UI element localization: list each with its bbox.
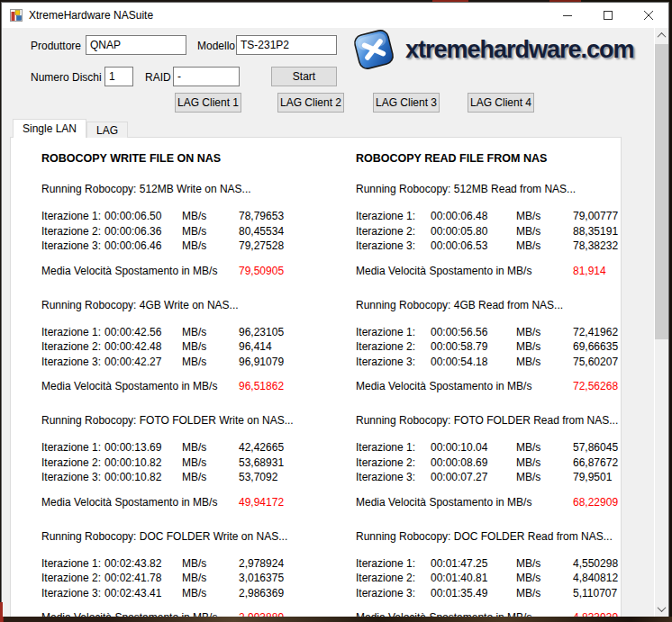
tab-lag[interactable]: LAG bbox=[86, 122, 128, 138]
tab-single-lan[interactable]: Single LAN bbox=[13, 119, 86, 138]
iteration-label: Iterazione 3: bbox=[356, 470, 431, 485]
iteration-time: 00:01:47.25 bbox=[431, 556, 516, 572]
iteration-unit: MB/s bbox=[516, 209, 573, 224]
iteration-label: Iterazione 2: bbox=[356, 224, 431, 239]
iteration-row: Iterazione 3: 00:00:06.46 MB/s 79,27528 bbox=[41, 239, 325, 254]
iteration-row: Iterazione 3: 00:00:06.53 MB/s 78,38232 bbox=[356, 239, 622, 254]
iteration-unit: MB/s bbox=[516, 440, 573, 455]
iteration-time: 00:00:06.48 bbox=[431, 209, 516, 224]
iteration-unit: MB/s bbox=[182, 325, 239, 340]
logo-text: xtremehardware.com bbox=[405, 36, 634, 64]
iteration-value: 69,66635 bbox=[573, 339, 622, 355]
iteration-label: Iterazione 3: bbox=[356, 586, 431, 601]
iteration-value: 79,9501 bbox=[573, 470, 622, 485]
iteration-label: Iterazione 3: bbox=[41, 470, 104, 485]
maximize-button[interactable] bbox=[587, 3, 628, 28]
tab-strip: Single LAN LAG bbox=[13, 119, 128, 138]
iteration-value: 5,110707 bbox=[573, 586, 622, 601]
media-row: Media Velocità Spostamento in MB/s 68,22… bbox=[356, 496, 622, 509]
iteration-rows: Iterazione 1: 00:02:43.82 MB/s 2,978924 … bbox=[41, 556, 325, 601]
iteration-value: 53,7092 bbox=[239, 470, 325, 485]
produttore-input[interactable] bbox=[86, 35, 186, 55]
raid-input[interactable] bbox=[173, 67, 240, 86]
lag-client-2-button[interactable]: LAG Client 2 bbox=[277, 93, 344, 113]
wallpaper-left-fleck bbox=[0, 602, 3, 622]
iteration-time: 00:00:58.79 bbox=[431, 339, 516, 355]
minimize-icon bbox=[563, 11, 572, 20]
robocopy-section: Running Robocopy: 4GB Write on NAS... It… bbox=[41, 299, 325, 393]
iteration-unit: MB/s bbox=[516, 470, 573, 485]
iteration-unit: MB/s bbox=[182, 339, 239, 355]
iteration-label: Iterazione 3: bbox=[356, 355, 431, 370]
iteration-time: 00:00:56.56 bbox=[431, 325, 516, 340]
iteration-unit: MB/s bbox=[182, 224, 239, 239]
iteration-row: Iterazione 2: 00:00:05.80 MB/s 88,35191 bbox=[356, 224, 622, 239]
running-status: Running Robocopy: FOTO FOLDER Write on N… bbox=[41, 414, 325, 427]
media-value: 68,22909 bbox=[573, 496, 622, 509]
iteration-value: 2,986369 bbox=[239, 586, 325, 601]
iteration-unit: MB/s bbox=[516, 355, 573, 370]
single-lan-tab-page: ROBOCOPY WRITE FILE ON NAS Running Roboc… bbox=[10, 137, 622, 617]
iteration-label: Iterazione 2: bbox=[41, 571, 104, 586]
iteration-time: 00:00:05.80 bbox=[431, 224, 516, 239]
robocopy-section: Running Robocopy: 512MB Read from NAS...… bbox=[356, 183, 622, 277]
iteration-unit: MB/s bbox=[182, 440, 239, 455]
running-status: Running Robocopy: FOTO FOLDER Read from … bbox=[356, 414, 622, 427]
iteration-value: 80,45534 bbox=[239, 224, 325, 239]
iteration-unit: MB/s bbox=[516, 224, 573, 239]
produttore-label: Produttore bbox=[31, 40, 81, 52]
iteration-row: Iterazione 2: 00:00:42.48 MB/s 96,414 bbox=[41, 339, 325, 355]
robocopy-section: Running Robocopy: 4GB Read from NAS... I… bbox=[356, 299, 622, 393]
iteration-time: 00:00:42.27 bbox=[104, 355, 182, 370]
minimize-button[interactable] bbox=[547, 3, 587, 28]
media-label: Media Velocità Spostamento in MB/s bbox=[356, 380, 573, 392]
iteration-row: Iterazione 2: 00:00:06.36 MB/s 80,45534 bbox=[41, 224, 325, 239]
numero-dischi-input[interactable] bbox=[104, 67, 133, 86]
iteration-label: Iterazione 1: bbox=[356, 440, 431, 455]
iteration-unit: MB/s bbox=[182, 470, 239, 485]
iteration-row: Iterazione 3: 00:01:35.49 MB/s 5,110707 bbox=[356, 586, 622, 601]
iteration-value: 96,91079 bbox=[239, 355, 325, 370]
lag-client-3-button[interactable]: LAG Client 3 bbox=[373, 93, 440, 113]
iteration-rows: Iterazione 1: 00:01:47.25 MB/s 4,550298 … bbox=[356, 556, 622, 601]
media-value: 81,914 bbox=[573, 265, 622, 277]
scroll-up-button[interactable] bbox=[655, 28, 668, 43]
iteration-value: 88,35191 bbox=[573, 224, 622, 239]
iteration-unit: MB/s bbox=[182, 209, 239, 224]
robocopy-section: Running Robocopy: FOTO FOLDER Read from … bbox=[356, 414, 622, 509]
modello-input[interactable] bbox=[236, 35, 337, 55]
media-row: Media Velocità Spostamento in MB/s 79,50… bbox=[41, 265, 325, 277]
start-button[interactable]: Start bbox=[271, 67, 337, 86]
iteration-row: Iterazione 1: 00:00:06.48 MB/s 79,00777 bbox=[356, 209, 622, 224]
running-status: Running Robocopy: 512MB Read from NAS... bbox=[356, 183, 622, 195]
iteration-label: Iterazione 2: bbox=[356, 455, 431, 471]
close-button[interactable] bbox=[628, 3, 668, 28]
iteration-value: 4,840812 bbox=[573, 571, 622, 586]
iteration-label: Iterazione 1: bbox=[356, 209, 431, 224]
iteration-unit: MB/s bbox=[516, 239, 573, 254]
iteration-time: 00:00:10.82 bbox=[104, 470, 182, 485]
robocopy-section: Running Robocopy: DOC FOLDER Read from N… bbox=[356, 530, 622, 617]
iteration-value: 53,68931 bbox=[239, 455, 325, 471]
iteration-label: Iterazione 3: bbox=[41, 355, 104, 370]
iteration-time: 00:00:06.36 bbox=[104, 224, 182, 239]
window-title: XtremeHardware NASuite bbox=[29, 9, 153, 22]
iteration-value: 57,86045 bbox=[573, 440, 622, 455]
iteration-label: Iterazione 1: bbox=[41, 440, 104, 455]
iteration-row: Iterazione 3: 00:00:07.27 MB/s 79,9501 bbox=[356, 470, 622, 485]
iteration-time: 00:00:42.48 bbox=[104, 339, 182, 355]
media-value: 49,94172 bbox=[239, 496, 325, 509]
iteration-row: Iterazione 1: 00:01:47.25 MB/s 4,550298 bbox=[356, 556, 622, 572]
lag-client-4-button[interactable]: LAG Client 4 bbox=[468, 93, 534, 113]
scrollbar-thumb[interactable] bbox=[655, 44, 668, 339]
robocopy-section: Running Robocopy: FOTO FOLDER Write on N… bbox=[41, 414, 325, 509]
iteration-value: 2,978924 bbox=[239, 556, 325, 572]
iteration-label: Iterazione 1: bbox=[41, 209, 104, 224]
iteration-label: Iterazione 2: bbox=[41, 339, 104, 355]
iteration-row: Iterazione 2: 00:00:08.69 MB/s 66,87672 bbox=[356, 455, 622, 471]
vertical-scrollbar[interactable] bbox=[654, 28, 668, 617]
scroll-down-button[interactable] bbox=[655, 601, 668, 617]
title-bar[interactable]: XtremeHardware NASuite bbox=[2, 3, 668, 28]
xtremehardware-logo: xtremehardware.com bbox=[350, 27, 634, 72]
lag-client-1-button[interactable]: LAG Client 1 bbox=[175, 93, 241, 113]
